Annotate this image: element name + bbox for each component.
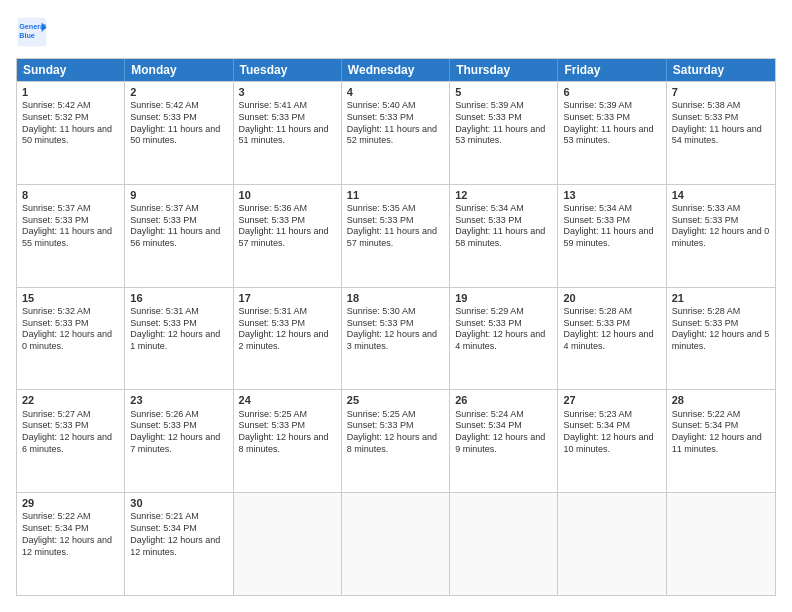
cell-date: 2 xyxy=(130,85,227,99)
cell-daylight: Daylight: 12 hours and 0 minutes. xyxy=(22,329,119,352)
calendar-cell: 23Sunrise: 5:26 AMSunset: 5:33 PMDayligh… xyxy=(125,390,233,492)
cell-daylight: Daylight: 11 hours and 57 minutes. xyxy=(347,226,444,249)
calendar-cell: 15Sunrise: 5:32 AMSunset: 5:33 PMDayligh… xyxy=(17,288,125,390)
cell-daylight: Daylight: 12 hours and 2 minutes. xyxy=(239,329,336,352)
cell-sunset: Sunset: 5:33 PM xyxy=(455,112,552,124)
cell-date: 12 xyxy=(455,188,552,202)
cell-daylight: Daylight: 11 hours and 56 minutes. xyxy=(130,226,227,249)
cell-sunrise: Sunrise: 5:28 AM xyxy=(563,306,660,318)
cell-daylight: Daylight: 12 hours and 8 minutes. xyxy=(347,432,444,455)
svg-text:Blue: Blue xyxy=(19,31,35,40)
calendar-cell: 9Sunrise: 5:37 AMSunset: 5:33 PMDaylight… xyxy=(125,185,233,287)
calendar-cell xyxy=(342,493,450,595)
calendar-row: 22Sunrise: 5:27 AMSunset: 5:33 PMDayligh… xyxy=(17,389,775,492)
cell-date: 7 xyxy=(672,85,770,99)
cell-daylight: Daylight: 11 hours and 50 minutes. xyxy=(130,124,227,147)
calendar-cell: 25Sunrise: 5:25 AMSunset: 5:33 PMDayligh… xyxy=(342,390,450,492)
cell-daylight: Daylight: 11 hours and 59 minutes. xyxy=(563,226,660,249)
cell-date: 1 xyxy=(22,85,119,99)
cell-sunrise: Sunrise: 5:22 AM xyxy=(672,409,770,421)
cell-date: 23 xyxy=(130,393,227,407)
cell-daylight: Daylight: 12 hours and 5 minutes. xyxy=(672,329,770,352)
cell-sunrise: Sunrise: 5:32 AM xyxy=(22,306,119,318)
cell-date: 9 xyxy=(130,188,227,202)
calendar: SundayMondayTuesdayWednesdayThursdayFrid… xyxy=(16,58,776,596)
calendar-cell: 2Sunrise: 5:42 AMSunset: 5:33 PMDaylight… xyxy=(125,82,233,184)
calendar-cell: 4Sunrise: 5:40 AMSunset: 5:33 PMDaylight… xyxy=(342,82,450,184)
cell-sunrise: Sunrise: 5:37 AM xyxy=(22,203,119,215)
cell-sunrise: Sunrise: 5:21 AM xyxy=(130,511,227,523)
day-header-tuesday: Tuesday xyxy=(234,59,342,81)
cell-date: 8 xyxy=(22,188,119,202)
calendar-cell xyxy=(450,493,558,595)
cell-sunset: Sunset: 5:33 PM xyxy=(130,420,227,432)
cell-date: 24 xyxy=(239,393,336,407)
cell-date: 5 xyxy=(455,85,552,99)
cell-sunset: Sunset: 5:33 PM xyxy=(347,215,444,227)
cell-sunset: Sunset: 5:33 PM xyxy=(130,215,227,227)
cell-sunrise: Sunrise: 5:34 AM xyxy=(563,203,660,215)
cell-sunset: Sunset: 5:33 PM xyxy=(455,215,552,227)
cell-daylight: Daylight: 12 hours and 7 minutes. xyxy=(130,432,227,455)
cell-daylight: Daylight: 11 hours and 53 minutes. xyxy=(563,124,660,147)
cell-daylight: Daylight: 12 hours and 4 minutes. xyxy=(455,329,552,352)
cell-sunrise: Sunrise: 5:27 AM xyxy=(22,409,119,421)
day-header-monday: Monday xyxy=(125,59,233,81)
cell-sunset: Sunset: 5:33 PM xyxy=(22,420,119,432)
calendar-cell: 28Sunrise: 5:22 AMSunset: 5:34 PMDayligh… xyxy=(667,390,775,492)
cell-sunset: Sunset: 5:33 PM xyxy=(672,112,770,124)
cell-sunrise: Sunrise: 5:25 AM xyxy=(239,409,336,421)
cell-daylight: Daylight: 12 hours and 11 minutes. xyxy=(672,432,770,455)
cell-date: 22 xyxy=(22,393,119,407)
calendar-cell xyxy=(558,493,666,595)
cell-sunset: Sunset: 5:33 PM xyxy=(455,318,552,330)
cell-sunset: Sunset: 5:33 PM xyxy=(347,112,444,124)
logo-icon: General Blue xyxy=(16,16,48,48)
calendar-cell: 11Sunrise: 5:35 AMSunset: 5:33 PMDayligh… xyxy=(342,185,450,287)
cell-date: 15 xyxy=(22,291,119,305)
cell-sunset: Sunset: 5:33 PM xyxy=(239,112,336,124)
cell-daylight: Daylight: 11 hours and 50 minutes. xyxy=(22,124,119,147)
calendar-cell: 10Sunrise: 5:36 AMSunset: 5:33 PMDayligh… xyxy=(234,185,342,287)
cell-date: 20 xyxy=(563,291,660,305)
calendar-cell: 18Sunrise: 5:30 AMSunset: 5:33 PMDayligh… xyxy=(342,288,450,390)
day-header-sunday: Sunday xyxy=(17,59,125,81)
cell-sunset: Sunset: 5:33 PM xyxy=(239,420,336,432)
cell-daylight: Daylight: 11 hours and 54 minutes. xyxy=(672,124,770,147)
cell-sunrise: Sunrise: 5:34 AM xyxy=(455,203,552,215)
cell-daylight: Daylight: 11 hours and 58 minutes. xyxy=(455,226,552,249)
cell-sunrise: Sunrise: 5:38 AM xyxy=(672,100,770,112)
calendar-cell: 19Sunrise: 5:29 AMSunset: 5:33 PMDayligh… xyxy=(450,288,558,390)
cell-sunset: Sunset: 5:33 PM xyxy=(563,318,660,330)
cell-date: 27 xyxy=(563,393,660,407)
cell-date: 28 xyxy=(672,393,770,407)
cell-sunset: Sunset: 5:33 PM xyxy=(347,420,444,432)
cell-sunset: Sunset: 5:33 PM xyxy=(347,318,444,330)
cell-daylight: Daylight: 12 hours and 4 minutes. xyxy=(563,329,660,352)
cell-daylight: Daylight: 11 hours and 55 minutes. xyxy=(22,226,119,249)
cell-date: 14 xyxy=(672,188,770,202)
cell-sunrise: Sunrise: 5:42 AM xyxy=(22,100,119,112)
calendar-row: 15Sunrise: 5:32 AMSunset: 5:33 PMDayligh… xyxy=(17,287,775,390)
calendar-cell: 8Sunrise: 5:37 AMSunset: 5:33 PMDaylight… xyxy=(17,185,125,287)
cell-sunset: Sunset: 5:33 PM xyxy=(130,112,227,124)
cell-sunset: Sunset: 5:33 PM xyxy=(672,215,770,227)
cell-sunrise: Sunrise: 5:39 AM xyxy=(455,100,552,112)
calendar-cell: 26Sunrise: 5:24 AMSunset: 5:34 PMDayligh… xyxy=(450,390,558,492)
calendar-cell: 7Sunrise: 5:38 AMSunset: 5:33 PMDaylight… xyxy=(667,82,775,184)
cell-date: 30 xyxy=(130,496,227,510)
cell-sunrise: Sunrise: 5:28 AM xyxy=(672,306,770,318)
calendar-row: 1Sunrise: 5:42 AMSunset: 5:32 PMDaylight… xyxy=(17,81,775,184)
calendar-cell xyxy=(234,493,342,595)
calendar-cell: 27Sunrise: 5:23 AMSunset: 5:34 PMDayligh… xyxy=(558,390,666,492)
cell-sunset: Sunset: 5:33 PM xyxy=(130,318,227,330)
cell-date: 21 xyxy=(672,291,770,305)
cell-sunset: Sunset: 5:33 PM xyxy=(22,215,119,227)
cell-sunset: Sunset: 5:34 PM xyxy=(22,523,119,535)
cell-sunset: Sunset: 5:33 PM xyxy=(563,215,660,227)
cell-sunset: Sunset: 5:33 PM xyxy=(672,318,770,330)
cell-date: 16 xyxy=(130,291,227,305)
cell-sunrise: Sunrise: 5:25 AM xyxy=(347,409,444,421)
cell-sunrise: Sunrise: 5:23 AM xyxy=(563,409,660,421)
cell-sunrise: Sunrise: 5:31 AM xyxy=(130,306,227,318)
